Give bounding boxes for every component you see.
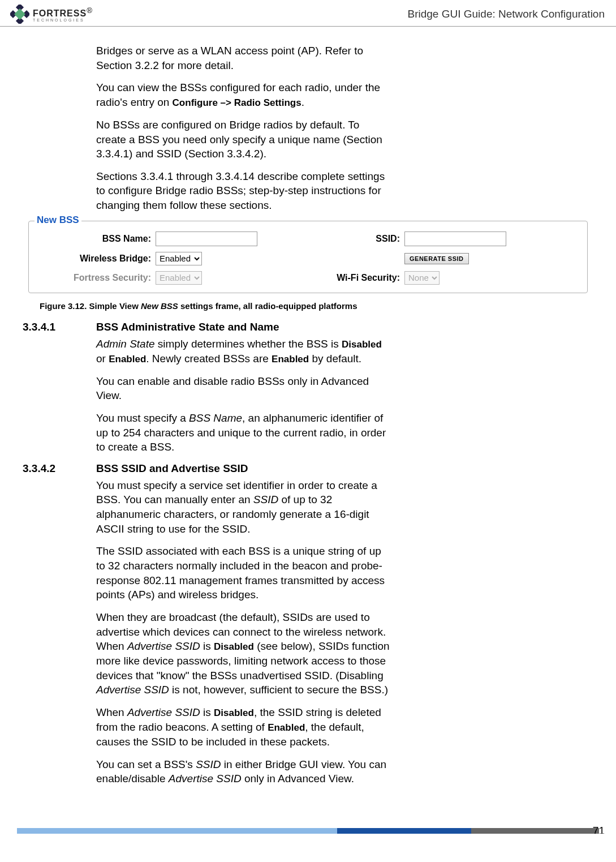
bss-name-label: BSS Name:	[37, 234, 156, 244]
intro-p4: Sections 3.3.4.1 through 3.3.4.14 descri…	[96, 169, 390, 213]
logo-reg: ®	[87, 6, 92, 15]
wifi-security-select: None	[404, 271, 440, 285]
svg-rect-4	[14, 8, 25, 20]
intro-p2: You can view the BSSs configured for eac…	[96, 80, 390, 110]
intro-p3: No BSSs are configured on Bridge radios …	[96, 118, 390, 161]
intro-p1: Bridges or serve as a WLAN access point …	[96, 44, 390, 72]
wireless-bridge-label: Wireless Bridge:	[37, 254, 156, 264]
wifi-security-label: Wi-Fi Security:	[263, 273, 404, 283]
new-bss-fieldset: New BSS BSS Name: SSID: Wireless Bridge:…	[28, 221, 588, 293]
fieldset-legend: New BSS	[35, 215, 81, 226]
s2-p3: When they are broadcast (the default), S…	[96, 610, 390, 697]
header-title: Bridge GUI Guide: Network Configuration	[408, 8, 605, 20]
section-3341-header: 3.3.4.1 BSS Administrative State and Nam…	[96, 321, 593, 333]
figure-caption: Figure 3.12. Simple View New BSS setting…	[40, 301, 593, 311]
ssid-input[interactable]	[404, 231, 506, 246]
s2-p5: You can set a BSS's SSID in either Bridg…	[96, 757, 390, 786]
s1-p3: You must specify a BSS Name, an alphanum…	[96, 411, 390, 454]
s1-p2: You can enable and disable radio BSSs on…	[96, 374, 390, 403]
logo-sub-text: TECHNOLOGIES	[33, 18, 92, 22]
s2-p4: When Advertise SSID is Disabled, the SSI…	[96, 705, 390, 749]
s1-p1: Admin State simply determines whether th…	[96, 337, 390, 366]
section-title: BSS SSID and Advertise SSID	[96, 462, 593, 475]
generate-ssid-button[interactable]: GENERATE SSID	[404, 253, 469, 264]
page-footer: 71	[0, 828, 616, 834]
fortress-security-label: Fortress Security:	[37, 273, 156, 283]
page-header: FORTRESS® TECHNOLOGIES Bridge GUI Guide:…	[0, 0, 616, 27]
bss-name-input[interactable]	[156, 231, 257, 246]
fortress-security-select: Enabled	[156, 271, 202, 285]
section-3342-header: 3.3.4.2 BSS SSID and Advertise SSID	[96, 462, 593, 475]
footer-bar	[17, 828, 599, 834]
ssid-label: SSID:	[263, 234, 404, 244]
wireless-bridge-select[interactable]: Enabled	[156, 252, 202, 265]
section-title: BSS Administrative State and Name	[96, 321, 593, 333]
logo-main-text: FORTRESS	[33, 9, 87, 19]
section-number: 3.3.4.1	[23, 321, 96, 333]
logo-diamond-icon	[10, 5, 29, 24]
page-number: 71	[593, 825, 605, 834]
s2-p2: The SSID associated with each BSS is a u…	[96, 544, 390, 602]
new-bss-figure: New BSS BSS Name: SSID: Wireless Bridge:…	[23, 221, 593, 293]
s2-p1: You must specify a service set identifie…	[96, 478, 390, 537]
section-number: 3.3.4.2	[23, 462, 96, 475]
logo: FORTRESS® TECHNOLOGIES	[10, 5, 92, 24]
